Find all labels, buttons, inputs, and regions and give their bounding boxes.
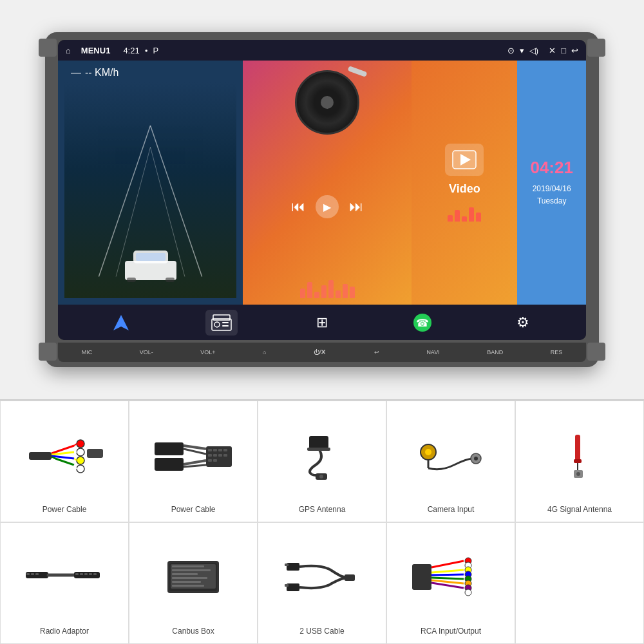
rca-cable-label: RCA Input/Output <box>421 627 481 636</box>
bottom-dock: ⊞ ☎ ⚙ <box>58 305 586 340</box>
gps-antenna-svg <box>280 430 364 481</box>
close-icon[interactable]: ✕ <box>549 46 556 55</box>
hw-home[interactable]: ⌂ <box>263 349 266 355</box>
svg-rect-41 <box>208 449 212 451</box>
svg-rect-42 <box>213 449 217 451</box>
svg-rect-72 <box>80 573 83 575</box>
canbus-box-label: Canbus Box <box>172 627 214 636</box>
svg-rect-73 <box>84 573 88 575</box>
veq-bar-2 <box>455 210 460 222</box>
svg-line-93 <box>431 570 464 573</box>
time-display: 4:21 <box>123 46 139 55</box>
svg-rect-67 <box>31 573 34 575</box>
svg-point-27 <box>77 457 84 464</box>
svg-point-28 <box>77 465 84 473</box>
svg-rect-71 <box>75 573 79 575</box>
svg-rect-86 <box>345 574 355 581</box>
dock-apps[interactable]: ⊞ <box>306 310 338 336</box>
radio-unit: ⌂ MENU1 4:21 ● P ⊙ ▾ ◁) ✕ □ ↩ — -- <box>45 32 599 367</box>
camera-input-svg <box>409 430 493 481</box>
eq-bar-6 <box>336 290 341 298</box>
accessory-empty <box>515 522 644 644</box>
music-controls[interactable]: ⏮ ▶ ⏭ <box>291 195 363 218</box>
status-bar: ⌂ MENU1 4:21 ● P ⊙ ▾ ◁) ✕ □ ↩ <box>58 40 586 61</box>
window-icon: □ <box>561 46 566 55</box>
svg-line-95 <box>431 578 464 579</box>
svg-rect-6 <box>127 278 136 282</box>
dock-settings[interactable]: ⚙ <box>507 310 539 336</box>
top-section: ⌂ MENU1 4:21 ● P ⊙ ▾ ◁) ✕ □ ↩ — -- <box>0 0 644 399</box>
accessories-grid: Power Cable <box>0 401 644 644</box>
power-cable-2-svg <box>151 430 235 481</box>
gps-antenna-image <box>265 411 379 500</box>
video-panel[interactable]: Video <box>412 61 517 305</box>
play-button[interactable]: ▶ <box>316 195 339 218</box>
back-icon[interactable]: ↩ <box>571 46 578 55</box>
vinyl-center <box>321 96 334 109</box>
eq-bar-3 <box>314 292 319 298</box>
svg-line-38 <box>184 460 206 464</box>
vinyl-needle <box>348 66 368 77</box>
menu-label: MENU1 <box>81 46 111 55</box>
svg-marker-11 <box>113 315 129 330</box>
svg-rect-47 <box>218 454 222 457</box>
svg-rect-68 <box>35 573 39 575</box>
svg-rect-48 <box>223 454 227 457</box>
accessory-camera-input: Camera Input <box>386 401 515 522</box>
svg-rect-29 <box>87 449 103 458</box>
hw-res[interactable]: RES <box>551 349 563 355</box>
svg-rect-34 <box>155 442 184 455</box>
svg-rect-51 <box>309 436 328 449</box>
svg-text:☎: ☎ <box>416 317 429 328</box>
svg-rect-54 <box>307 448 330 451</box>
hw-power[interactable]: ⏻/✕ <box>314 349 327 355</box>
speed-display: — -- KM/h <box>71 67 118 79</box>
main-screen: — -- KM/h <box>58 61 586 305</box>
4g-antenna-svg <box>538 430 621 481</box>
equalizer <box>300 279 355 298</box>
dock-radio[interactable] <box>205 310 238 336</box>
dock-nav[interactable] <box>105 310 137 336</box>
hw-back[interactable]: ↩ <box>374 349 379 355</box>
camera-panel[interactable]: — -- KM/h <box>58 61 243 305</box>
veq-bar-4 <box>469 207 474 222</box>
clock-panel: 04:21 2019/04/16 Tuesday <box>517 61 586 305</box>
next-button[interactable]: ⏭ <box>349 198 363 215</box>
radio-adaptor-svg <box>23 551 106 603</box>
svg-rect-16 <box>222 325 229 327</box>
svg-rect-46 <box>213 454 217 457</box>
hw-band[interactable]: BAND <box>487 349 503 355</box>
location-icon: ⊙ <box>507 46 515 55</box>
svg-point-59 <box>474 457 478 460</box>
accessory-rca-cable: RCA Input/Output <box>386 522 515 644</box>
svg-line-94 <box>431 574 464 575</box>
usb-cable-image <box>265 533 379 621</box>
power-cable-1-image <box>7 411 122 500</box>
power-cable-1-label: Power Cable <box>43 505 87 514</box>
dot-icon: ● <box>145 48 148 53</box>
prev-button[interactable]: ⏮ <box>291 198 305 215</box>
hw-navi[interactable]: NAVI <box>426 349 439 355</box>
4g-antenna-image <box>522 411 637 500</box>
svg-point-56 <box>425 449 431 455</box>
svg-rect-50 <box>213 459 217 462</box>
music-panel[interactable]: ⏮ ▶ ⏭ <box>243 61 412 305</box>
video-icon <box>445 144 484 176</box>
camera-input-label: Camera Input <box>428 505 475 514</box>
hw-vol-plus[interactable]: VOL+ <box>200 349 215 355</box>
svg-line-39 <box>184 465 206 467</box>
eq-bar-7 <box>343 284 348 298</box>
screen-bezel: ⌂ MENU1 4:21 ● P ⊙ ▾ ◁) ✕ □ ↩ — -- <box>58 40 586 340</box>
dock-phone[interactable]: ☎ <box>406 310 439 336</box>
accessories-section: Power Cable <box>0 399 644 644</box>
accessory-usb-cable: 2 USB Cable <box>258 522 386 644</box>
volume-icon[interactable]: ◁) <box>529 46 538 55</box>
vinyl-record <box>295 70 359 135</box>
home-icon[interactable]: ⌂ <box>66 46 71 55</box>
hw-vol-minus[interactable]: VOL- <box>140 349 153 355</box>
svg-rect-45 <box>208 454 212 457</box>
svg-point-25 <box>77 440 84 448</box>
veq-bar-5 <box>476 213 481 222</box>
svg-rect-75 <box>93 573 97 575</box>
hw-mic[interactable]: MIC <box>82 349 93 355</box>
